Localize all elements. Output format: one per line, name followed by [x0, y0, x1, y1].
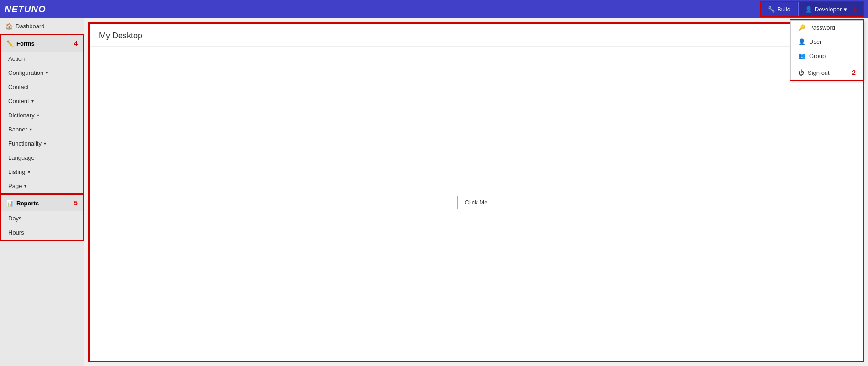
- chevron-down-icon: ▾: [24, 183, 26, 188]
- build-icon: 🔧: [768, 6, 775, 13]
- dropdown-divider: [791, 64, 863, 64]
- user-menu-item[interactable]: 👤 User: [791, 35, 863, 49]
- reports-section-header[interactable]: 📊 Reports 5: [1, 195, 83, 211]
- app-brand: NETUNO: [5, 4, 46, 15]
- sidebar-item-contact[interactable]: Contact: [1, 80, 83, 94]
- reports-section: 📊 Reports 5 Days Hours: [0, 194, 84, 241]
- sidebar-item-page[interactable]: Page ▾: [1, 179, 83, 193]
- sidebar-item-content[interactable]: Content ▾: [1, 94, 83, 108]
- user-icon: 👤: [798, 38, 805, 45]
- navbar-right: 🔧 Build 👤 Developer ▾ 1: [761, 2, 863, 16]
- sidebar: 🏠 Dashboard ✏️ Forms 4 Action Configurat…: [0, 18, 84, 366]
- sidebar-item-language[interactable]: Language: [1, 151, 83, 165]
- sidebar-item-action[interactable]: Action: [1, 52, 83, 66]
- chevron-down-icon: ▾: [37, 113, 39, 118]
- chevron-down-icon: ▾: [31, 99, 34, 104]
- developer-icon: 👤: [805, 6, 812, 13]
- sidebar-item-configuration[interactable]: Configuration ▾: [1, 66, 83, 80]
- sidebar-item-banner[interactable]: Banner ▾: [1, 122, 83, 136]
- password-icon: 🔑: [798, 24, 805, 31]
- developer-button[interactable]: 👤 Developer ▾ 1: [798, 2, 863, 16]
- navbar-right-wrapper: 🔧 Build 👤 Developer ▾ 1 🔑 Password 👤 Use…: [761, 2, 863, 16]
- developer-dropdown: 🔑 Password 👤 User 👥 Group ⏻ Sign out 2: [790, 20, 863, 80]
- main-content: My Desktop 3 Click Me: [84, 18, 868, 366]
- navbar: NETUNO 🔧 Build 👤 Developer ▾ 1 🔑 Passwor…: [0, 0, 868, 18]
- sidebar-item-days[interactable]: Days: [1, 211, 83, 225]
- dashboard-icon: 🏠: [5, 23, 13, 30]
- chevron-down-icon: ▾: [28, 169, 30, 174]
- chevron-down-icon: ▾: [30, 127, 32, 132]
- forms-section: ✏️ Forms 4 Action Configuration ▾ Contac…: [0, 34, 84, 194]
- content-body: Click Me: [90, 47, 863, 358]
- content-box: My Desktop 3 Click Me: [89, 23, 863, 361]
- content-header: My Desktop 3: [90, 24, 863, 47]
- sidebar-item-listing[interactable]: Listing ▾: [1, 165, 83, 179]
- forms-section-header[interactable]: ✏️ Forms 4: [1, 35, 83, 52]
- layout: 🏠 Dashboard ✏️ Forms 4 Action Configurat…: [0, 18, 868, 366]
- signout-icon: ⏻: [798, 69, 804, 76]
- click-me-button[interactable]: Click Me: [457, 196, 496, 209]
- signout-menu-item[interactable]: ⏻ Sign out 2: [791, 65, 863, 80]
- forms-icon: ✏️: [6, 40, 14, 47]
- chevron-down-icon: ▾: [46, 70, 48, 75]
- password-menu-item[interactable]: 🔑 Password: [791, 21, 863, 35]
- group-icon: 👥: [798, 52, 805, 59]
- sidebar-item-dashboard[interactable]: 🏠 Dashboard: [0, 18, 84, 34]
- reports-icon: 📊: [6, 200, 14, 207]
- chevron-down-icon: ▾: [44, 141, 46, 146]
- sidebar-item-functionality[interactable]: Functionality ▾: [1, 136, 83, 151]
- sidebar-item-hours[interactable]: Hours: [1, 225, 83, 240]
- page-title: My Desktop: [99, 31, 142, 41]
- chevron-down-icon: ▾: [844, 6, 847, 13]
- sidebar-item-dictionary[interactable]: Dictionary ▾: [1, 108, 83, 122]
- group-menu-item[interactable]: 👥 Group: [791, 49, 863, 63]
- build-button[interactable]: 🔧 Build: [761, 2, 797, 16]
